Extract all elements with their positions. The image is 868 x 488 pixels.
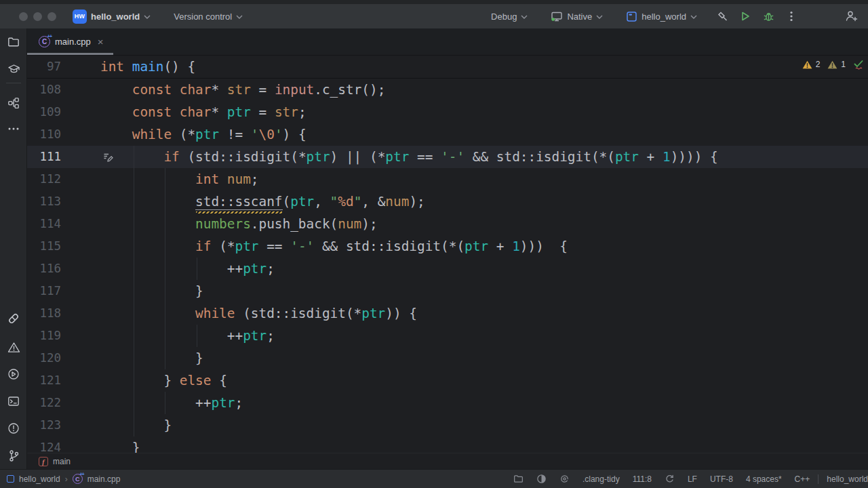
tab-main-cpp[interactable]: C++ main.cpp × — [27, 28, 113, 55]
line-number[interactable]: 109 — [27, 101, 61, 123]
code-editor[interactable]: 2 1 97int main() { 108 const char* str =… — [27, 56, 868, 469]
code-line-114[interactable]: 114 numbers.push_back(num); — [27, 213, 868, 235]
code-line-116[interactable]: 116 ++ptr; — [27, 258, 868, 280]
status-bar: hello_world › C++ main.cpp — [0, 469, 868, 488]
statusbar-divider — [818, 474, 818, 484]
rail-divider — [6, 83, 21, 83]
code-text: if (std::isdigit(*ptr) || (*ptr == '-' &… — [100, 146, 718, 168]
breadcrumb-function[interactable]: main — [53, 457, 71, 466]
target-selector[interactable]: Native — [551, 11, 603, 22]
code-line-113[interactable]: 113 std::sscanf(ptr, "%d", &num); — [27, 190, 868, 213]
project-folder-icon[interactable] — [5, 34, 22, 50]
code-text: ++ptr; — [100, 258, 275, 280]
indent-widget[interactable]: 4 spaces* — [746, 474, 782, 484]
debug-button[interactable] — [760, 7, 777, 25]
line-number[interactable]: 122 — [27, 392, 61, 414]
line-number[interactable]: 110 — [27, 123, 61, 146]
sticky-line[interactable]: 97int main() { — [27, 56, 868, 79]
caret-position-widget[interactable]: 111:8 — [633, 474, 652, 484]
more-actions-kebab-icon[interactable] — [783, 7, 800, 25]
code-text: while (std::isdigit(*ptr)) { — [100, 302, 417, 325]
code-text: if (*ptr == '-' && std::isdigit(*(ptr + … — [100, 235, 568, 258]
build-hammer-icon[interactable] — [713, 7, 731, 25]
code-text: std::sscanf(ptr, "%d", &num); — [100, 190, 425, 213]
code-text: int num; — [100, 168, 259, 190]
line-number[interactable]: 119 — [27, 325, 61, 347]
run-config-selector[interactable]: hello_world — [626, 11, 697, 22]
line-ending-widget[interactable]: LF — [688, 474, 697, 484]
scratch-folder-icon[interactable] — [513, 474, 524, 483]
line-number[interactable]: 120 — [27, 347, 61, 369]
statusbar-widgets: .clang-tidy 111:8 LF UTF-8 4 spaces* C++… — [500, 474, 868, 484]
line-number[interactable]: 113 — [27, 190, 61, 213]
analysis-ok-icon — [853, 59, 864, 70]
analyzer-widget[interactable]: .clang-tidy — [583, 474, 620, 484]
line-number[interactable]: 114 — [27, 213, 61, 235]
code-lines[interactable]: 108 const char* str = input.c_str();109 … — [27, 79, 868, 459]
code-line-119[interactable]: 119 ++ptr; — [27, 325, 868, 347]
project-name: hello_world — [91, 12, 140, 22]
run-tool-icon[interactable] — [5, 366, 22, 382]
line-number[interactable]: 123 — [27, 414, 61, 436]
code-with-me-add-user-icon[interactable] — [842, 7, 860, 25]
code-line-108[interactable]: 108 const char* str = input.c_str(); — [27, 79, 868, 101]
line-number[interactable]: 97 — [27, 56, 61, 78]
code-line-110[interactable]: 110 while (*ptr != '\0') { — [27, 123, 868, 146]
line-number[interactable]: 118 — [27, 302, 61, 325]
line-number[interactable]: 121 — [27, 369, 61, 392]
statusbar-path[interactable]: hello_world › C++ main.cpp — [7, 474, 120, 484]
line-number[interactable]: 108 — [27, 79, 61, 101]
language-widget[interactable]: C++ — [795, 474, 810, 484]
more-tool-windows-icon[interactable] — [5, 121, 22, 137]
structure-icon[interactable] — [5, 95, 22, 111]
learn-icon[interactable] — [5, 61, 22, 77]
tool-window-rail — [0, 28, 27, 469]
titlebar: HW hello_world Version control Debug — [0, 4, 868, 28]
warning-icon — [802, 60, 812, 69]
debug-config-selector[interactable]: Debug — [491, 12, 528, 22]
line-number[interactable]: 117 — [27, 280, 61, 302]
tab-label: main.cpp — [55, 37, 91, 47]
cpp-file-icon: C++ — [73, 474, 83, 484]
project-widget[interactable]: HW hello_world — [73, 9, 151, 24]
line-number[interactable]: 112 — [27, 168, 61, 190]
problems-icon[interactable] — [5, 339, 22, 355]
close-window-button[interactable] — [19, 12, 28, 21]
code-line-122[interactable]: 122 ++ptr; — [27, 392, 868, 414]
inspection-highlight-icon[interactable] — [559, 474, 570, 484]
line-number[interactable]: 116 — [27, 258, 61, 280]
maximize-window-button[interactable] — [47, 12, 56, 21]
code-line-115[interactable]: 115 if (*ptr == '-' && std::isdigit(*(pt… — [27, 235, 868, 258]
run-config-label: hello_world — [642, 12, 686, 22]
reader-mode-contrast-icon[interactable] — [536, 474, 547, 484]
encoding-widget[interactable]: UTF-8 — [710, 474, 733, 484]
code-line-118[interactable]: 118 while (std::isdigit(*ptr)) { — [27, 302, 868, 325]
code-line-117[interactable]: 117 } — [27, 280, 868, 302]
terminal-icon[interactable] — [5, 393, 22, 409]
code-line-121[interactable]: 121 } else { — [27, 369, 868, 392]
chevron-down-icon — [690, 15, 697, 19]
code-line-123[interactable]: 123 } — [27, 414, 868, 436]
ide-window: HW hello_world Version control Debug — [0, 0, 868, 488]
project-badge-icon: HW — [73, 9, 87, 24]
tab-close-icon[interactable]: × — [98, 37, 104, 47]
code-line-111[interactable]: 111 if (std::isdigit(*ptr) || (*ptr == '… — [27, 146, 868, 168]
inspections-widget[interactable]: 2 1 — [802, 59, 864, 70]
notifications-icon[interactable] — [5, 420, 22, 436]
code-line-109[interactable]: 109 const char* ptr = str; — [27, 101, 868, 123]
code-line-120[interactable]: 120 } — [27, 347, 868, 369]
chevron-down-icon — [144, 15, 151, 19]
line-number[interactable]: 111 — [27, 146, 61, 168]
version-control-icon[interactable] — [5, 447, 22, 464]
minimize-window-button[interactable] — [33, 12, 42, 21]
cpp-file-icon: C++ — [39, 36, 50, 47]
vcs-menu[interactable]: Version control — [174, 12, 243, 22]
run-button[interactable] — [736, 7, 754, 25]
code-line-97[interactable]: 97int main() { — [27, 56, 868, 78]
code-line-112[interactable]: 112 int num; — [27, 168, 868, 190]
clangd-status-icon[interactable] — [665, 474, 675, 484]
services-icon[interactable] — [5, 310, 22, 327]
code-text: numbers.push_back(num); — [100, 213, 378, 235]
target-monitor-icon — [551, 11, 563, 22]
line-number[interactable]: 115 — [27, 235, 61, 258]
